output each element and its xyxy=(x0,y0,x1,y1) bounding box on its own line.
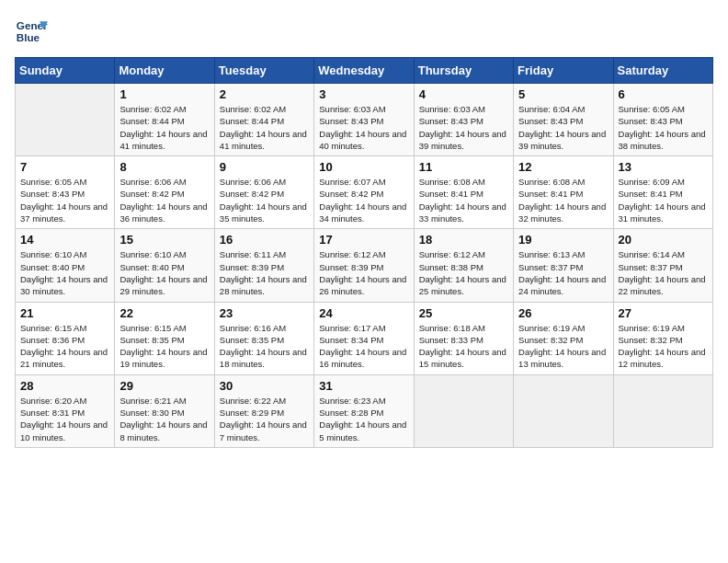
day-number: 10 xyxy=(319,160,408,174)
calendar-cell: 10Sunrise: 6:07 AMSunset: 8:42 PMDayligh… xyxy=(314,156,414,229)
calendar-cell: 9Sunrise: 6:06 AMSunset: 8:42 PMDaylight… xyxy=(214,156,313,229)
calendar-cell: 6Sunrise: 6:05 AMSunset: 8:43 PMDaylight… xyxy=(613,84,712,156)
calendar-cell: 8Sunrise: 6:06 AMSunset: 8:42 PMDaylight… xyxy=(115,156,214,229)
day-info: Sunrise: 6:19 AMSunset: 8:32 PMDaylight:… xyxy=(518,322,608,371)
day-number: 23 xyxy=(220,306,309,320)
calendar-cell: 16Sunrise: 6:11 AMSunset: 8:39 PMDayligh… xyxy=(214,229,313,302)
calendar-cell: 4Sunrise: 6:03 AMSunset: 8:43 PMDaylight… xyxy=(414,84,513,156)
day-number: 1 xyxy=(119,87,209,101)
calendar-table: SundayMondayTuesdayWednesdayThursdayFrid… xyxy=(15,57,713,448)
day-info: Sunrise: 6:10 AMSunset: 8:40 PMDaylight:… xyxy=(119,248,209,297)
day-number: 25 xyxy=(419,306,508,320)
calendar-cell: 27Sunrise: 6:19 AMSunset: 8:32 PMDayligh… xyxy=(613,302,712,374)
logo: General Blue xyxy=(15,15,48,48)
calendar-cell: 28Sunrise: 6:20 AMSunset: 8:31 PMDayligh… xyxy=(16,374,115,447)
calendar-cell: 20Sunrise: 6:14 AMSunset: 8:37 PMDayligh… xyxy=(613,229,712,302)
weekday-header-wednesday: Wednesday xyxy=(314,58,414,84)
day-info: Sunrise: 6:02 AMSunset: 8:44 PMDaylight:… xyxy=(220,103,309,152)
day-number: 21 xyxy=(20,306,109,320)
day-number: 19 xyxy=(518,233,608,247)
calendar-cell: 31Sunrise: 6:23 AMSunset: 8:28 PMDayligh… xyxy=(314,374,414,447)
day-info: Sunrise: 6:11 AMSunset: 8:39 PMDaylight:… xyxy=(220,248,309,297)
day-info: Sunrise: 6:14 AMSunset: 8:37 PMDaylight:… xyxy=(619,248,708,297)
day-info: Sunrise: 6:17 AMSunset: 8:34 PMDaylight:… xyxy=(319,322,408,371)
day-number: 12 xyxy=(518,160,608,174)
day-info: Sunrise: 6:15 AMSunset: 8:35 PMDaylight:… xyxy=(119,322,209,371)
weekday-header-monday: Monday xyxy=(115,58,214,84)
day-info: Sunrise: 6:22 AMSunset: 8:29 PMDaylight:… xyxy=(220,395,309,443)
calendar-cell xyxy=(16,84,115,156)
weekday-header-sunday: Sunday xyxy=(16,58,115,84)
calendar-cell: 15Sunrise: 6:10 AMSunset: 8:40 PMDayligh… xyxy=(115,229,214,302)
day-number: 14 xyxy=(20,233,109,247)
calendar-cell: 5Sunrise: 6:04 AMSunset: 8:43 PMDaylight… xyxy=(514,84,613,156)
day-info: Sunrise: 6:08 AMSunset: 8:41 PMDaylight:… xyxy=(518,176,608,224)
day-info: Sunrise: 6:08 AMSunset: 8:41 PMDaylight:… xyxy=(419,176,508,224)
day-number: 20 xyxy=(619,233,708,247)
day-number: 27 xyxy=(619,306,708,320)
day-info: Sunrise: 6:03 AMSunset: 8:43 PMDaylight:… xyxy=(419,103,508,152)
day-info: Sunrise: 6:18 AMSunset: 8:33 PMDaylight:… xyxy=(419,322,508,371)
day-info: Sunrise: 6:15 AMSunset: 8:36 PMDaylight:… xyxy=(20,322,109,371)
calendar-cell: 17Sunrise: 6:12 AMSunset: 8:39 PMDayligh… xyxy=(314,229,414,302)
day-number: 24 xyxy=(319,306,408,320)
day-number: 15 xyxy=(119,233,209,247)
day-info: Sunrise: 6:12 AMSunset: 8:38 PMDaylight:… xyxy=(419,248,508,297)
logo-icon: General Blue xyxy=(15,15,48,48)
day-number: 4 xyxy=(419,87,508,101)
calendar-cell: 30Sunrise: 6:22 AMSunset: 8:29 PMDayligh… xyxy=(214,374,313,447)
day-info: Sunrise: 6:07 AMSunset: 8:42 PMDaylight:… xyxy=(319,176,408,224)
day-number: 9 xyxy=(220,160,309,174)
day-number: 18 xyxy=(419,233,508,247)
day-info: Sunrise: 6:20 AMSunset: 8:31 PMDaylight:… xyxy=(20,395,109,443)
day-info: Sunrise: 6:12 AMSunset: 8:39 PMDaylight:… xyxy=(319,248,408,297)
day-number: 5 xyxy=(518,87,608,101)
weekday-header-saturday: Saturday xyxy=(613,58,712,84)
calendar-cell: 18Sunrise: 6:12 AMSunset: 8:38 PMDayligh… xyxy=(414,229,513,302)
day-info: Sunrise: 6:23 AMSunset: 8:28 PMDaylight:… xyxy=(319,395,408,443)
calendar-cell: 25Sunrise: 6:18 AMSunset: 8:33 PMDayligh… xyxy=(414,302,513,374)
day-number: 17 xyxy=(319,233,408,247)
calendar-cell: 22Sunrise: 6:15 AMSunset: 8:35 PMDayligh… xyxy=(115,302,214,374)
day-number: 8 xyxy=(119,160,209,174)
day-number: 2 xyxy=(220,87,309,101)
day-info: Sunrise: 6:19 AMSunset: 8:32 PMDaylight:… xyxy=(619,322,708,371)
page-header: General Blue xyxy=(15,15,713,48)
calendar-cell: 1Sunrise: 6:02 AMSunset: 8:44 PMDaylight… xyxy=(115,84,214,156)
day-number: 31 xyxy=(319,379,408,393)
calendar-cell xyxy=(613,374,712,447)
day-number: 13 xyxy=(619,160,708,174)
day-info: Sunrise: 6:13 AMSunset: 8:37 PMDaylight:… xyxy=(518,248,608,297)
day-number: 29 xyxy=(119,379,209,393)
calendar-cell: 3Sunrise: 6:03 AMSunset: 8:43 PMDaylight… xyxy=(314,84,414,156)
day-number: 26 xyxy=(518,306,608,320)
calendar-cell: 24Sunrise: 6:17 AMSunset: 8:34 PMDayligh… xyxy=(314,302,414,374)
day-info: Sunrise: 6:02 AMSunset: 8:44 PMDaylight:… xyxy=(119,103,209,152)
day-info: Sunrise: 6:04 AMSunset: 8:43 PMDaylight:… xyxy=(518,103,608,152)
calendar-cell xyxy=(414,374,513,447)
calendar-cell xyxy=(514,374,613,447)
calendar-cell: 19Sunrise: 6:13 AMSunset: 8:37 PMDayligh… xyxy=(514,229,613,302)
day-number: 6 xyxy=(619,87,708,101)
svg-text:Blue: Blue xyxy=(17,31,40,43)
day-number: 30 xyxy=(220,379,309,393)
day-number: 7 xyxy=(20,160,109,174)
day-info: Sunrise: 6:09 AMSunset: 8:41 PMDaylight:… xyxy=(619,176,708,224)
calendar-cell: 26Sunrise: 6:19 AMSunset: 8:32 PMDayligh… xyxy=(514,302,613,374)
calendar-cell: 21Sunrise: 6:15 AMSunset: 8:36 PMDayligh… xyxy=(16,302,115,374)
day-number: 11 xyxy=(419,160,508,174)
day-info: Sunrise: 6:21 AMSunset: 8:30 PMDaylight:… xyxy=(119,395,209,443)
calendar-cell: 29Sunrise: 6:21 AMSunset: 8:30 PMDayligh… xyxy=(115,374,214,447)
weekday-header-thursday: Thursday xyxy=(414,58,513,84)
calendar-cell: 13Sunrise: 6:09 AMSunset: 8:41 PMDayligh… xyxy=(613,156,712,229)
weekday-header-tuesday: Tuesday xyxy=(214,58,313,84)
day-info: Sunrise: 6:06 AMSunset: 8:42 PMDaylight:… xyxy=(119,176,209,224)
calendar-cell: 23Sunrise: 6:16 AMSunset: 8:35 PMDayligh… xyxy=(214,302,313,374)
day-info: Sunrise: 6:03 AMSunset: 8:43 PMDaylight:… xyxy=(319,103,408,152)
day-number: 3 xyxy=(319,87,408,101)
weekday-header-friday: Friday xyxy=(514,58,613,84)
calendar-cell: 14Sunrise: 6:10 AMSunset: 8:40 PMDayligh… xyxy=(16,229,115,302)
day-number: 22 xyxy=(119,306,209,320)
day-number: 28 xyxy=(20,379,109,393)
calendar-cell: 12Sunrise: 6:08 AMSunset: 8:41 PMDayligh… xyxy=(514,156,613,229)
